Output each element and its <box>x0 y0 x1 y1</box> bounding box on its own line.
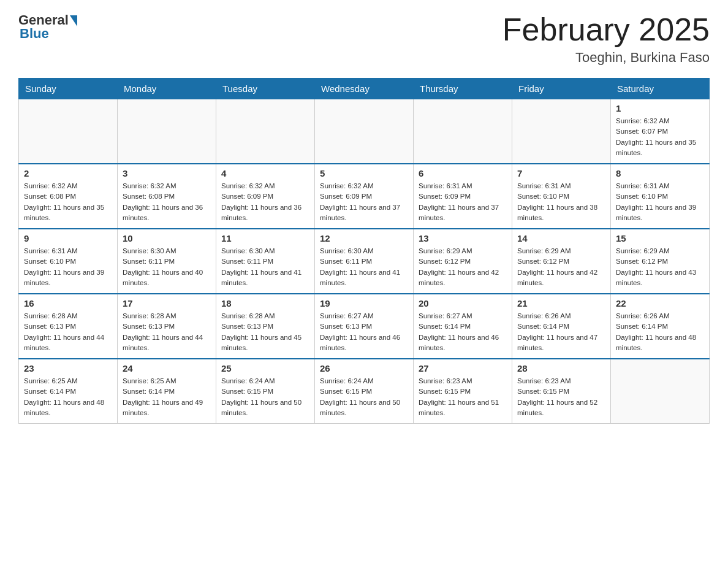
calendar-day-cell: 5Sunrise: 6:32 AMSunset: 6:09 PMDaylight… <box>315 164 414 229</box>
day-number: 3 <box>123 168 211 178</box>
calendar-day-cell: 12Sunrise: 6:30 AMSunset: 6:11 PMDayligh… <box>315 229 414 294</box>
sun-info: Sunrise: 6:31 AMSunset: 6:09 PMDaylight:… <box>419 181 507 223</box>
sun-info: Sunrise: 6:29 AMSunset: 6:12 PMDaylight:… <box>517 246 605 288</box>
weekday-header-thursday: Thursday <box>414 79 512 99</box>
day-number: 11 <box>221 233 309 243</box>
day-number: 22 <box>616 298 704 308</box>
calendar-day-cell <box>414 99 512 164</box>
sun-info: Sunrise: 6:28 AMSunset: 6:13 PMDaylight:… <box>123 311 211 353</box>
calendar-day-cell: 13Sunrise: 6:29 AMSunset: 6:12 PMDayligh… <box>414 229 512 294</box>
location-title: Toeghin, Burkina Faso <box>502 50 710 66</box>
calendar-day-cell: 1Sunrise: 6:32 AMSunset: 6:07 PMDaylight… <box>611 99 710 164</box>
day-number: 2 <box>24 168 112 178</box>
calendar-day-cell: 10Sunrise: 6:30 AMSunset: 6:11 PMDayligh… <box>118 229 216 294</box>
day-number: 27 <box>419 363 507 373</box>
logo-blue-text: Blue <box>20 26 49 42</box>
sun-info: Sunrise: 6:25 AMSunset: 6:14 PMDaylight:… <box>24 376 112 418</box>
day-number: 8 <box>616 168 704 178</box>
sun-info: Sunrise: 6:28 AMSunset: 6:13 PMDaylight:… <box>24 311 112 353</box>
calendar-day-cell: 6Sunrise: 6:31 AMSunset: 6:09 PMDaylight… <box>414 164 512 229</box>
calendar-day-cell <box>315 99 414 164</box>
sun-info: Sunrise: 6:32 AMSunset: 6:08 PMDaylight:… <box>123 181 211 223</box>
calendar-day-cell: 20Sunrise: 6:27 AMSunset: 6:14 PMDayligh… <box>414 294 512 359</box>
calendar-table: SundayMondayTuesdayWednesdayThursdayFrid… <box>18 78 710 424</box>
calendar-day-cell: 16Sunrise: 6:28 AMSunset: 6:13 PMDayligh… <box>19 294 118 359</box>
day-number: 17 <box>123 298 211 308</box>
day-number: 18 <box>221 298 309 308</box>
calendar-day-cell: 7Sunrise: 6:31 AMSunset: 6:10 PMDaylight… <box>512 164 611 229</box>
day-number: 16 <box>24 298 112 308</box>
day-number: 28 <box>517 363 605 373</box>
calendar-day-cell: 8Sunrise: 6:31 AMSunset: 6:10 PMDaylight… <box>611 164 710 229</box>
sun-info: Sunrise: 6:30 AMSunset: 6:11 PMDaylight:… <box>320 246 408 288</box>
sun-info: Sunrise: 6:31 AMSunset: 6:10 PMDaylight:… <box>24 246 112 288</box>
sun-info: Sunrise: 6:31 AMSunset: 6:10 PMDaylight:… <box>616 181 704 223</box>
calendar-day-cell: 25Sunrise: 6:24 AMSunset: 6:15 PMDayligh… <box>216 359 315 424</box>
day-number: 24 <box>123 363 211 373</box>
day-number: 15 <box>616 233 704 243</box>
weekday-header-sunday: Sunday <box>19 79 118 99</box>
calendar-day-cell: 9Sunrise: 6:31 AMSunset: 6:10 PMDaylight… <box>19 229 118 294</box>
day-number: 5 <box>320 168 408 178</box>
calendar-week-5: 23Sunrise: 6:25 AMSunset: 6:14 PMDayligh… <box>19 359 710 424</box>
sun-info: Sunrise: 6:24 AMSunset: 6:15 PMDaylight:… <box>320 376 408 418</box>
calendar-day-cell <box>512 99 611 164</box>
day-number: 26 <box>320 363 408 373</box>
sun-info: Sunrise: 6:30 AMSunset: 6:11 PMDaylight:… <box>221 246 309 288</box>
calendar-day-cell: 18Sunrise: 6:28 AMSunset: 6:13 PMDayligh… <box>216 294 315 359</box>
weekday-header-row: SundayMondayTuesdayWednesdayThursdayFrid… <box>19 79 710 99</box>
weekday-header-saturday: Saturday <box>611 79 710 99</box>
logo: General Blue <box>18 12 77 42</box>
sun-info: Sunrise: 6:29 AMSunset: 6:12 PMDaylight:… <box>419 246 507 288</box>
calendar-day-cell: 22Sunrise: 6:26 AMSunset: 6:14 PMDayligh… <box>611 294 710 359</box>
sun-info: Sunrise: 6:30 AMSunset: 6:11 PMDaylight:… <box>123 246 211 288</box>
calendar-week-2: 2Sunrise: 6:32 AMSunset: 6:08 PMDaylight… <box>19 164 710 229</box>
day-number: 20 <box>419 298 507 308</box>
calendar-day-cell: 17Sunrise: 6:28 AMSunset: 6:13 PMDayligh… <box>118 294 216 359</box>
day-number: 10 <box>123 233 211 243</box>
weekday-header-monday: Monday <box>118 79 216 99</box>
sun-info: Sunrise: 6:32 AMSunset: 6:08 PMDaylight:… <box>24 181 112 223</box>
calendar-day-cell <box>611 359 710 424</box>
calendar-day-cell: 19Sunrise: 6:27 AMSunset: 6:13 PMDayligh… <box>315 294 414 359</box>
calendar-day-cell: 14Sunrise: 6:29 AMSunset: 6:12 PMDayligh… <box>512 229 611 294</box>
sun-info: Sunrise: 6:29 AMSunset: 6:12 PMDaylight:… <box>616 246 704 288</box>
calendar-week-3: 9Sunrise: 6:31 AMSunset: 6:10 PMDaylight… <box>19 229 710 294</box>
sun-info: Sunrise: 6:32 AMSunset: 6:07 PMDaylight:… <box>616 116 704 158</box>
calendar-day-cell: 24Sunrise: 6:25 AMSunset: 6:14 PMDayligh… <box>118 359 216 424</box>
calendar-day-cell <box>19 99 118 164</box>
day-number: 14 <box>517 233 605 243</box>
weekday-header-wednesday: Wednesday <box>315 79 414 99</box>
calendar-day-cell: 4Sunrise: 6:32 AMSunset: 6:09 PMDaylight… <box>216 164 315 229</box>
sun-info: Sunrise: 6:24 AMSunset: 6:15 PMDaylight:… <box>221 376 309 418</box>
sun-info: Sunrise: 6:26 AMSunset: 6:14 PMDaylight:… <box>517 311 605 353</box>
sun-info: Sunrise: 6:25 AMSunset: 6:14 PMDaylight:… <box>123 376 211 418</box>
calendar-week-4: 16Sunrise: 6:28 AMSunset: 6:13 PMDayligh… <box>19 294 710 359</box>
calendar-day-cell: 21Sunrise: 6:26 AMSunset: 6:14 PMDayligh… <box>512 294 611 359</box>
weekday-header-friday: Friday <box>512 79 611 99</box>
calendar-day-cell: 11Sunrise: 6:30 AMSunset: 6:11 PMDayligh… <box>216 229 315 294</box>
weekday-header-tuesday: Tuesday <box>216 79 315 99</box>
sun-info: Sunrise: 6:27 AMSunset: 6:13 PMDaylight:… <box>320 311 408 353</box>
sun-info: Sunrise: 6:26 AMSunset: 6:14 PMDaylight:… <box>616 311 704 353</box>
title-section: February 2025 Toeghin, Burkina Faso <box>502 12 710 66</box>
calendar-day-cell: 26Sunrise: 6:24 AMSunset: 6:15 PMDayligh… <box>315 359 414 424</box>
day-number: 6 <box>419 168 507 178</box>
calendar-day-cell: 3Sunrise: 6:32 AMSunset: 6:08 PMDaylight… <box>118 164 216 229</box>
day-number: 4 <box>221 168 309 178</box>
sun-info: Sunrise: 6:27 AMSunset: 6:14 PMDaylight:… <box>419 311 507 353</box>
sun-info: Sunrise: 6:31 AMSunset: 6:10 PMDaylight:… <box>517 181 605 223</box>
sun-info: Sunrise: 6:23 AMSunset: 6:15 PMDaylight:… <box>419 376 507 418</box>
sun-info: Sunrise: 6:32 AMSunset: 6:09 PMDaylight:… <box>221 181 309 223</box>
day-number: 23 <box>24 363 112 373</box>
calendar-day-cell <box>216 99 315 164</box>
day-number: 7 <box>517 168 605 178</box>
calendar-week-1: 1Sunrise: 6:32 AMSunset: 6:07 PMDaylight… <box>19 99 710 164</box>
sun-info: Sunrise: 6:28 AMSunset: 6:13 PMDaylight:… <box>221 311 309 353</box>
day-number: 9 <box>24 233 112 243</box>
sun-info: Sunrise: 6:32 AMSunset: 6:09 PMDaylight:… <box>320 181 408 223</box>
sun-info: Sunrise: 6:23 AMSunset: 6:15 PMDaylight:… <box>517 376 605 418</box>
calendar-day-cell: 23Sunrise: 6:25 AMSunset: 6:14 PMDayligh… <box>19 359 118 424</box>
day-number: 1 <box>616 103 704 113</box>
day-number: 25 <box>221 363 309 373</box>
